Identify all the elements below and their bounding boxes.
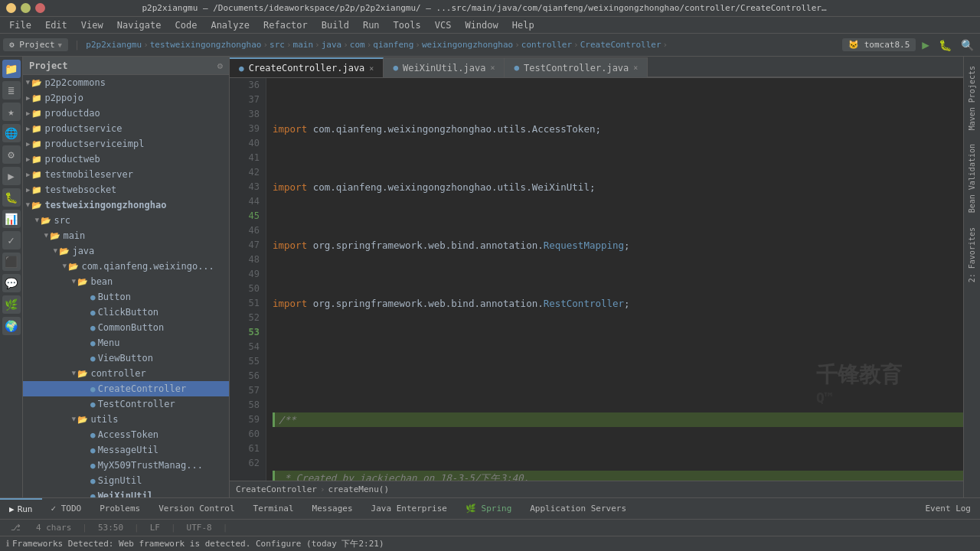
- bc-src[interactable]: src: [270, 40, 285, 50]
- tree-java[interactable]: ▶ 📂 java: [23, 243, 229, 259]
- cursor-position[interactable]: 53:50: [93, 523, 128, 533]
- bc-qianfeng[interactable]: qianfeng: [373, 40, 413, 50]
- maven-projects-panel[interactable]: Maven Projects: [966, 60, 978, 136]
- favorites-panel[interactable]: 2: Favorites: [966, 221, 978, 289]
- close-button[interactable]: [35, 3, 45, 13]
- tree-viewbutton[interactable]: ● ViewButton: [23, 350, 229, 366]
- messages-icon[interactable]: 💬: [2, 274, 21, 292]
- problems-tab[interactable]: Problems: [90, 498, 149, 520]
- tree-main[interactable]: ▶ 📂 main: [23, 228, 229, 243]
- menu-item-analyze[interactable]: Analyze: [204, 18, 256, 32]
- menu-item-run[interactable]: Run: [357, 18, 386, 32]
- line-separator[interactable]: LF: [145, 523, 165, 533]
- run-button[interactable]: ▶: [919, 37, 933, 52]
- spring-icon[interactable]: 🌿: [2, 295, 21, 314]
- tree-testwebsocket[interactable]: ▶ 📁 testwebsocket: [23, 182, 229, 197]
- tree-controller-folder[interactable]: ▶ 📂 controller: [23, 366, 229, 381]
- notification-text[interactable]: Frameworks Detected: Web framework is de…: [12, 538, 384, 549]
- maximize-button[interactable]: [21, 3, 31, 13]
- window-controls[interactable]: [6, 3, 45, 13]
- tree-testcontroller[interactable]: ● TestController: [23, 396, 229, 412]
- menu-item-navigate[interactable]: Navigate: [111, 18, 168, 32]
- tab-testcontroller[interactable]: ● TestController.java ×: [505, 57, 648, 77]
- terminal-tab[interactable]: Terminal: [244, 498, 303, 520]
- bc-java[interactable]: java: [322, 40, 342, 50]
- app-servers-tab[interactable]: Application Servers: [521, 498, 635, 520]
- tomcat-indicator[interactable]: 🐱 tomcat8.5: [842, 38, 916, 51]
- tree-testweixingong[interactable]: ▶ 📂 testweixingongzhonghao: [23, 197, 229, 213]
- tree-testmobileserver[interactable]: ▶ 📁 testmobileserver: [23, 167, 229, 182]
- run-status[interactable]: 4 chars: [31, 523, 76, 533]
- version-icon[interactable]: 📊: [2, 210, 21, 228]
- web-icon[interactable]: 🌍: [2, 317, 21, 335]
- todo-icon[interactable]: ✓: [2, 231, 21, 249]
- tab-close-icon[interactable]: ×: [633, 64, 638, 72]
- todo-tab[interactable]: ✓ TODO: [42, 498, 91, 520]
- tree-messageutil[interactable]: ● MessageUtil: [23, 442, 229, 458]
- project-dropdown-icon[interactable]: ▼: [58, 41, 62, 49]
- tree-commonbutton[interactable]: ● CommonButton: [23, 320, 229, 335]
- breadcrumb-method[interactable]: createMenu(): [328, 484, 389, 494]
- tree-productserviceimpl[interactable]: ▶ 📁 productserviceimpl: [23, 136, 229, 152]
- bc-main[interactable]: main: [293, 40, 314, 50]
- menu-item-build[interactable]: Build: [315, 18, 355, 32]
- tree-accesstoken[interactable]: ● AccessToken: [23, 427, 229, 442]
- bc-controller[interactable]: controller: [521, 40, 572, 50]
- tree-menu[interactable]: ● Menu: [23, 335, 229, 350]
- tree-productservice[interactable]: ▶ 📁 productservice: [23, 121, 229, 136]
- tab-weixinutil[interactable]: ● WeiXinUtil.java ×: [384, 57, 505, 77]
- encoding[interactable]: UTF-8: [182, 523, 217, 533]
- project-gear-icon[interactable]: ⚙: [217, 60, 223, 71]
- menu-item-edit[interactable]: Edit: [39, 18, 74, 32]
- java-enterprise-tab[interactable]: Java Enterprise: [362, 498, 456, 520]
- menu-item-refactor[interactable]: Refactor: [257, 18, 314, 32]
- tree-clickbutton[interactable]: ● ClickButton: [23, 305, 229, 320]
- tree-productweb[interactable]: ▶ 📁 productweb: [23, 152, 229, 167]
- menu-item-tools[interactable]: Tools: [387, 18, 427, 32]
- tab-createcontroller[interactable]: ● CreateController.java ×: [230, 57, 384, 77]
- tree-weixinutil[interactable]: ● WeiXinUtil: [23, 488, 229, 497]
- menu-item-window[interactable]: Window: [459, 18, 504, 32]
- menu-item-view[interactable]: View: [75, 18, 109, 32]
- tree-p2ppojo[interactable]: ▶ 📁 p2ppojo: [23, 90, 229, 106]
- toolbar-project-selector[interactable]: ⚙ Project ▼: [3, 38, 68, 51]
- menu-item-vcs[interactable]: VCS: [429, 18, 458, 32]
- run-icon[interactable]: ▶: [2, 167, 21, 185]
- version-control-tab[interactable]: Version Control: [149, 498, 243, 520]
- debug-icon[interactable]: 🐛: [2, 188, 21, 207]
- debug-button[interactable]: 🐛: [936, 39, 955, 51]
- menu-item-file[interactable]: File: [3, 18, 38, 32]
- settings-icon[interactable]: ⚙: [2, 145, 21, 164]
- project-icon[interactable]: 📁: [2, 60, 21, 78]
- tree-myx509[interactable]: ● MyX509TrustManag...: [23, 458, 229, 473]
- tree-signutil[interactable]: ● SignUtil: [23, 473, 229, 488]
- code-content[interactable]: 36 37 38 39 40 41 42 43 44 45 46 47 48 4…: [230, 78, 963, 481]
- bc-com[interactable]: com: [350, 40, 365, 50]
- tree-productdao[interactable]: ▶ 📁 productdao: [23, 106, 229, 121]
- chrome-icon[interactable]: 🌐: [2, 124, 21, 142]
- bc-p2p2xiangmu[interactable]: p2p2xiangmu: [86, 40, 142, 50]
- tree-createcontroller[interactable]: ● CreateController: [23, 381, 229, 396]
- git-branch[interactable]: ⎇: [6, 523, 25, 533]
- code-area[interactable]: import com.qianfeng.weixingongzhonghao.u…: [266, 78, 963, 481]
- messages-tab[interactable]: Messages: [303, 498, 362, 520]
- bc-testweix[interactable]: testweixingongzhonghao: [150, 40, 262, 50]
- tree-src[interactable]: ▶ 📂 src: [23, 213, 229, 228]
- menu-item-code[interactable]: Code: [169, 18, 204, 32]
- run-tab[interactable]: ▶ Run: [0, 498, 42, 520]
- tab-close-icon[interactable]: ×: [369, 64, 374, 73]
- tree-p2p2commons[interactable]: ▶ 📂 p2p2commons: [23, 75, 229, 90]
- tree-button[interactable]: ● Button: [23, 289, 229, 305]
- breadcrumb-controller[interactable]: CreateController: [236, 484, 317, 494]
- bean-validation-panel[interactable]: Bean Validation: [966, 138, 978, 219]
- structure-icon[interactable]: ≣: [2, 81, 21, 99]
- terminal-icon[interactable]: ⬛: [2, 253, 21, 271]
- search-button[interactable]: 🔍: [958, 39, 977, 51]
- minimize-button[interactable]: [6, 3, 16, 13]
- spring-tab[interactable]: 🌿 Spring: [456, 498, 521, 520]
- bc-createcontroller[interactable]: CreateController: [580, 40, 662, 50]
- tree-com-qianfeng[interactable]: ▶ 📂 com.qianfeng.weixingo...: [23, 259, 229, 274]
- tab-close-icon[interactable]: ×: [490, 64, 495, 72]
- tree-utils-folder[interactable]: ▶ 📂 utils: [23, 412, 229, 427]
- favorites-icon[interactable]: ★: [2, 103, 21, 121]
